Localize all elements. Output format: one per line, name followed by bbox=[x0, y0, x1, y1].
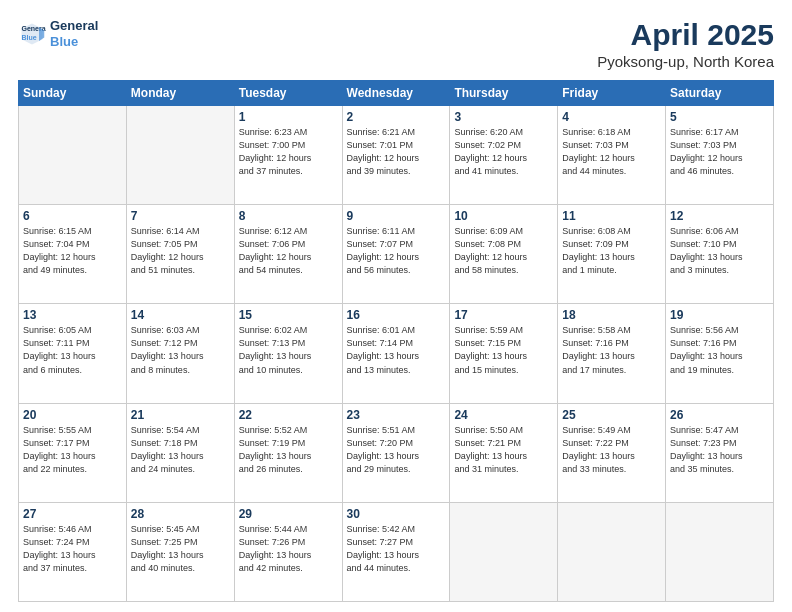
week-row-1: 1Sunrise: 6:23 AM Sunset: 7:00 PM Daylig… bbox=[19, 106, 774, 205]
col-monday: Monday bbox=[126, 81, 234, 106]
day-info: Sunrise: 5:58 AM Sunset: 7:16 PM Dayligh… bbox=[562, 324, 661, 376]
day-number: 17 bbox=[454, 308, 553, 322]
day-info: Sunrise: 6:20 AM Sunset: 7:02 PM Dayligh… bbox=[454, 126, 553, 178]
col-tuesday: Tuesday bbox=[234, 81, 342, 106]
day-cell: 9Sunrise: 6:11 AM Sunset: 7:07 PM Daylig… bbox=[342, 205, 450, 304]
day-cell: 1Sunrise: 6:23 AM Sunset: 7:00 PM Daylig… bbox=[234, 106, 342, 205]
day-number: 16 bbox=[347, 308, 446, 322]
day-number: 29 bbox=[239, 507, 338, 521]
day-info: Sunrise: 6:01 AM Sunset: 7:14 PM Dayligh… bbox=[347, 324, 446, 376]
day-info: Sunrise: 5:46 AM Sunset: 7:24 PM Dayligh… bbox=[23, 523, 122, 575]
day-number: 30 bbox=[347, 507, 446, 521]
day-cell: 23Sunrise: 5:51 AM Sunset: 7:20 PM Dayli… bbox=[342, 403, 450, 502]
day-cell bbox=[450, 502, 558, 601]
day-info: Sunrise: 5:56 AM Sunset: 7:16 PM Dayligh… bbox=[670, 324, 769, 376]
col-saturday: Saturday bbox=[666, 81, 774, 106]
header: General Blue General Blue April 2025 Pyo… bbox=[18, 18, 774, 70]
week-row-5: 27Sunrise: 5:46 AM Sunset: 7:24 PM Dayli… bbox=[19, 502, 774, 601]
day-number: 20 bbox=[23, 408, 122, 422]
day-cell: 24Sunrise: 5:50 AM Sunset: 7:21 PM Dayli… bbox=[450, 403, 558, 502]
day-info: Sunrise: 6:03 AM Sunset: 7:12 PM Dayligh… bbox=[131, 324, 230, 376]
day-info: Sunrise: 5:47 AM Sunset: 7:23 PM Dayligh… bbox=[670, 424, 769, 476]
day-number: 13 bbox=[23, 308, 122, 322]
day-cell: 22Sunrise: 5:52 AM Sunset: 7:19 PM Dayli… bbox=[234, 403, 342, 502]
day-cell: 2Sunrise: 6:21 AM Sunset: 7:01 PM Daylig… bbox=[342, 106, 450, 205]
day-info: Sunrise: 5:50 AM Sunset: 7:21 PM Dayligh… bbox=[454, 424, 553, 476]
col-friday: Friday bbox=[558, 81, 666, 106]
day-cell: 18Sunrise: 5:58 AM Sunset: 7:16 PM Dayli… bbox=[558, 304, 666, 403]
month-title: April 2025 bbox=[597, 18, 774, 51]
day-cell: 26Sunrise: 5:47 AM Sunset: 7:23 PM Dayli… bbox=[666, 403, 774, 502]
day-info: Sunrise: 6:14 AM Sunset: 7:05 PM Dayligh… bbox=[131, 225, 230, 277]
day-cell bbox=[126, 106, 234, 205]
day-cell: 8Sunrise: 6:12 AM Sunset: 7:06 PM Daylig… bbox=[234, 205, 342, 304]
logo-icon: General Blue bbox=[18, 20, 46, 48]
day-number: 1 bbox=[239, 110, 338, 124]
day-info: Sunrise: 6:21 AM Sunset: 7:01 PM Dayligh… bbox=[347, 126, 446, 178]
day-cell: 17Sunrise: 5:59 AM Sunset: 7:15 PM Dayli… bbox=[450, 304, 558, 403]
day-number: 11 bbox=[562, 209, 661, 223]
day-number: 19 bbox=[670, 308, 769, 322]
day-info: Sunrise: 5:44 AM Sunset: 7:26 PM Dayligh… bbox=[239, 523, 338, 575]
logo: General Blue General Blue bbox=[18, 18, 98, 49]
week-row-3: 13Sunrise: 6:05 AM Sunset: 7:11 PM Dayli… bbox=[19, 304, 774, 403]
day-number: 24 bbox=[454, 408, 553, 422]
day-info: Sunrise: 6:06 AM Sunset: 7:10 PM Dayligh… bbox=[670, 225, 769, 277]
day-number: 26 bbox=[670, 408, 769, 422]
day-number: 25 bbox=[562, 408, 661, 422]
day-info: Sunrise: 6:23 AM Sunset: 7:00 PM Dayligh… bbox=[239, 126, 338, 178]
day-info: Sunrise: 6:08 AM Sunset: 7:09 PM Dayligh… bbox=[562, 225, 661, 277]
day-cell: 19Sunrise: 5:56 AM Sunset: 7:16 PM Dayli… bbox=[666, 304, 774, 403]
svg-text:Blue: Blue bbox=[22, 34, 37, 41]
col-wednesday: Wednesday bbox=[342, 81, 450, 106]
day-cell: 14Sunrise: 6:03 AM Sunset: 7:12 PM Dayli… bbox=[126, 304, 234, 403]
day-cell: 15Sunrise: 6:02 AM Sunset: 7:13 PM Dayli… bbox=[234, 304, 342, 403]
day-info: Sunrise: 6:09 AM Sunset: 7:08 PM Dayligh… bbox=[454, 225, 553, 277]
day-cell: 20Sunrise: 5:55 AM Sunset: 7:17 PM Dayli… bbox=[19, 403, 127, 502]
day-cell: 3Sunrise: 6:20 AM Sunset: 7:02 PM Daylig… bbox=[450, 106, 558, 205]
day-number: 6 bbox=[23, 209, 122, 223]
day-number: 23 bbox=[347, 408, 446, 422]
week-row-4: 20Sunrise: 5:55 AM Sunset: 7:17 PM Dayli… bbox=[19, 403, 774, 502]
day-info: Sunrise: 5:55 AM Sunset: 7:17 PM Dayligh… bbox=[23, 424, 122, 476]
location-title: Pyoksong-up, North Korea bbox=[597, 53, 774, 70]
day-number: 5 bbox=[670, 110, 769, 124]
day-cell bbox=[666, 502, 774, 601]
day-info: Sunrise: 6:05 AM Sunset: 7:11 PM Dayligh… bbox=[23, 324, 122, 376]
day-cell: 13Sunrise: 6:05 AM Sunset: 7:11 PM Dayli… bbox=[19, 304, 127, 403]
day-cell: 7Sunrise: 6:14 AM Sunset: 7:05 PM Daylig… bbox=[126, 205, 234, 304]
title-block: April 2025 Pyoksong-up, North Korea bbox=[597, 18, 774, 70]
day-cell: 6Sunrise: 6:15 AM Sunset: 7:04 PM Daylig… bbox=[19, 205, 127, 304]
day-cell: 29Sunrise: 5:44 AM Sunset: 7:26 PM Dayli… bbox=[234, 502, 342, 601]
day-cell bbox=[558, 502, 666, 601]
day-info: Sunrise: 5:52 AM Sunset: 7:19 PM Dayligh… bbox=[239, 424, 338, 476]
day-cell: 5Sunrise: 6:17 AM Sunset: 7:03 PM Daylig… bbox=[666, 106, 774, 205]
day-info: Sunrise: 6:02 AM Sunset: 7:13 PM Dayligh… bbox=[239, 324, 338, 376]
day-info: Sunrise: 5:45 AM Sunset: 7:25 PM Dayligh… bbox=[131, 523, 230, 575]
day-number: 27 bbox=[23, 507, 122, 521]
calendar-table: Sunday Monday Tuesday Wednesday Thursday… bbox=[18, 80, 774, 602]
logo-subtext: Blue bbox=[50, 34, 98, 50]
week-row-2: 6Sunrise: 6:15 AM Sunset: 7:04 PM Daylig… bbox=[19, 205, 774, 304]
day-info: Sunrise: 5:59 AM Sunset: 7:15 PM Dayligh… bbox=[454, 324, 553, 376]
day-cell: 27Sunrise: 5:46 AM Sunset: 7:24 PM Dayli… bbox=[19, 502, 127, 601]
day-number: 4 bbox=[562, 110, 661, 124]
day-number: 12 bbox=[670, 209, 769, 223]
day-info: Sunrise: 6:18 AM Sunset: 7:03 PM Dayligh… bbox=[562, 126, 661, 178]
day-info: Sunrise: 6:17 AM Sunset: 7:03 PM Dayligh… bbox=[670, 126, 769, 178]
day-number: 14 bbox=[131, 308, 230, 322]
logo-text: General bbox=[50, 18, 98, 34]
day-cell: 21Sunrise: 5:54 AM Sunset: 7:18 PM Dayli… bbox=[126, 403, 234, 502]
page: General Blue General Blue April 2025 Pyo… bbox=[0, 0, 792, 612]
day-number: 15 bbox=[239, 308, 338, 322]
day-number: 8 bbox=[239, 209, 338, 223]
day-number: 22 bbox=[239, 408, 338, 422]
day-cell: 16Sunrise: 6:01 AM Sunset: 7:14 PM Dayli… bbox=[342, 304, 450, 403]
day-cell bbox=[19, 106, 127, 205]
day-cell: 25Sunrise: 5:49 AM Sunset: 7:22 PM Dayli… bbox=[558, 403, 666, 502]
day-info: Sunrise: 6:11 AM Sunset: 7:07 PM Dayligh… bbox=[347, 225, 446, 277]
day-number: 2 bbox=[347, 110, 446, 124]
day-number: 21 bbox=[131, 408, 230, 422]
col-thursday: Thursday bbox=[450, 81, 558, 106]
day-info: Sunrise: 6:12 AM Sunset: 7:06 PM Dayligh… bbox=[239, 225, 338, 277]
